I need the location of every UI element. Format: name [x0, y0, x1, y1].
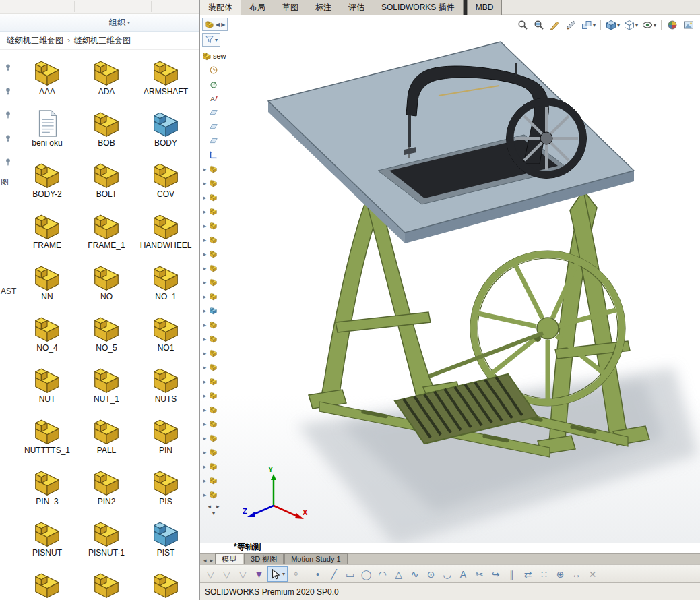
- pin-icon[interactable]: [3, 158, 13, 167]
- tree-item-annotations[interactable]: ▸: [202, 91, 218, 105]
- sketch-point-button[interactable]: •: [310, 566, 325, 582]
- zoom-to-area-button[interactable]: [532, 18, 546, 32]
- smart-dimension-button[interactable]: ↔: [569, 566, 584, 582]
- file-item[interactable]: PIN_3: [18, 467, 77, 518]
- expand-chevron-icon[interactable]: ▸: [202, 435, 208, 442]
- file-item[interactable]: FRAME_1: [77, 210, 136, 262]
- tree-component-row[interactable]: ▸: [202, 190, 218, 204]
- ribbon-tab[interactable]: 标注: [307, 0, 340, 15]
- tree-component-row[interactable]: ▸: [202, 473, 218, 487]
- tree-component-row[interactable]: ▸: [202, 332, 218, 346]
- select-tool-button[interactable]: ▾: [267, 566, 288, 582]
- tree-component-row[interactable]: ▸: [202, 204, 218, 218]
- tree-component-row[interactable]: ▸: [202, 487, 218, 502]
- tree-item-origin[interactable]: ▸: [202, 148, 218, 162]
- tree-component-row[interactable]: ▸: [202, 417, 218, 431]
- pin-icon[interactable]: [3, 63, 13, 73]
- expand-chevron-icon[interactable]: ▸: [202, 166, 208, 173]
- sketch-text-button[interactable]: A: [455, 566, 471, 582]
- collapse-right-icon[interactable]: ▶: [221, 22, 225, 28]
- pin-icon[interactable]: [3, 134, 13, 144]
- section-view-button[interactable]: [564, 18, 579, 32]
- selection-filter-toggle-button[interactable]: ▼: [251, 566, 267, 582]
- apply-scene-button[interactable]: [681, 18, 696, 32]
- expand-chevron-icon[interactable]: ▸: [202, 364, 208, 371]
- tree-item-front-plane[interactable]: ▸: [202, 105, 218, 119]
- sketch-line-button[interactable]: ╱: [326, 566, 342, 582]
- expand-chevron-icon[interactable]: ▸: [202, 307, 208, 314]
- expand-chevron-icon[interactable]: ▸: [202, 237, 208, 243]
- expand-chevron-icon[interactable]: ▸: [202, 265, 208, 272]
- tree-component-row[interactable]: ▸: [202, 318, 218, 332]
- move-entities-button[interactable]: ⊕: [552, 566, 568, 582]
- file-item[interactable]: PALL: [77, 415, 136, 467]
- expand-chevron-icon[interactable]: ▸: [202, 378, 208, 385]
- tree-component-row[interactable]: ▸: [202, 402, 218, 417]
- circle-button[interactable]: ◯: [358, 566, 374, 582]
- organize-button[interactable]: 组织 ▾: [105, 16, 134, 29]
- expand-chevron-icon[interactable]: ▸: [202, 392, 208, 399]
- file-item[interactable]: ADA: [77, 57, 136, 108]
- file-item[interactable]: BODY: [136, 108, 195, 159]
- expand-chevron-icon[interactable]: ▸: [202, 421, 208, 427]
- edit-appearance-button[interactable]: [665, 18, 680, 32]
- tree-item-sensors[interactable]: ▸: [202, 77, 218, 91]
- magnified-selection-button[interactable]: ⌖: [288, 566, 304, 582]
- zoom-to-fit-button[interactable]: [515, 18, 530, 32]
- ribbon-tab[interactable]: 草图: [274, 0, 307, 15]
- filter-edges-button[interactable]: ▽: [219, 566, 234, 582]
- file-item[interactable]: NUTTTTS_1: [18, 415, 77, 467]
- file-item[interactable]: FRAME: [18, 210, 77, 262]
- tab-scroll-right-icon[interactable]: ▸: [209, 557, 215, 564]
- tree-component-row[interactable]: ▸: [202, 261, 218, 275]
- tree-component-row[interactable]: ▸: [202, 459, 218, 473]
- ribbon-tab[interactable]: 评估: [340, 0, 373, 15]
- file-item[interactable]: PISNUT-1: [77, 518, 136, 569]
- ellipse-button[interactable]: ⊙: [423, 566, 439, 582]
- spline-button[interactable]: ∿: [407, 566, 422, 582]
- tree-component-row[interactable]: ▸: [202, 360, 218, 374]
- pin-icon[interactable]: [3, 87, 13, 96]
- file-item[interactable]: NO1: [136, 313, 195, 364]
- tree-component-row[interactable]: ▸: [202, 374, 218, 388]
- arc-button[interactable]: ◠: [375, 566, 390, 582]
- document-tab[interactable]: 3D 视图: [244, 553, 284, 564]
- expand-chevron-icon[interactable]: ▸: [202, 251, 208, 258]
- ribbon-tab[interactable]: MBD: [467, 0, 503, 15]
- ribbon-tab[interactable]: 装配体: [200, 0, 241, 15]
- breadcrumb-item[interactable]: 缝纫机三维套图: [7, 35, 63, 47]
- scroll-left-icon[interactable]: ◂: [208, 503, 211, 510]
- file-item[interactable]: HANDWHEEL: [136, 210, 195, 262]
- side-item-label[interactable]: AST: [1, 287, 16, 296]
- expand-chevron-icon[interactable]: ▸: [202, 350, 208, 357]
- file-item[interactable]: [136, 569, 195, 600]
- file-item[interactable]: NO_4: [18, 313, 77, 364]
- dynamic-annotation-views-button[interactable]: ▾: [580, 18, 597, 32]
- ribbon-tab[interactable]: 布局: [241, 0, 274, 15]
- file-item[interactable]: ARMSHAFT: [136, 57, 195, 108]
- mirror-entities-button[interactable]: ⇄: [520, 566, 536, 582]
- scroll-down-icon[interactable]: ▾: [212, 510, 216, 516]
- quick-snaps-button[interactable]: ✕: [585, 566, 600, 582]
- expand-chevron-icon[interactable]: ▸: [202, 407, 208, 413]
- hide-show-items-button[interactable]: ▾: [641, 18, 658, 32]
- file-item[interactable]: PIN: [136, 415, 195, 467]
- filter-vertices-button[interactable]: ▽: [203, 566, 218, 582]
- document-tab[interactable]: 模型: [215, 553, 243, 564]
- graphics-viewport[interactable]: Y X Z: [200, 15, 700, 543]
- expand-chevron-icon[interactable]: ▸: [202, 293, 208, 300]
- display-style-button[interactable]: ▾: [623, 18, 639, 32]
- file-item[interactable]: beni oku: [18, 108, 77, 159]
- expand-chevron-icon[interactable]: ▸: [202, 463, 208, 470]
- file-item[interactable]: NO_1: [136, 262, 195, 313]
- document-tab[interactable]: Motion Study 1: [284, 553, 347, 564]
- expand-chevron-icon[interactable]: ▸: [202, 222, 208, 229]
- tree-component-row[interactable]: ▸: [202, 247, 218, 261]
- previous-view-button[interactable]: [548, 18, 563, 32]
- tree-item-history[interactable]: ▸: [202, 63, 218, 77]
- file-item[interactable]: BOLT: [77, 159, 136, 210]
- expand-chevron-icon[interactable]: ▸: [202, 208, 208, 215]
- ribbon-tab[interactable]: SOLIDWORKS 插件: [373, 0, 464, 15]
- trim-entities-button[interactable]: ✂: [472, 566, 487, 582]
- tree-component-row[interactable]: ▸: [202, 431, 218, 445]
